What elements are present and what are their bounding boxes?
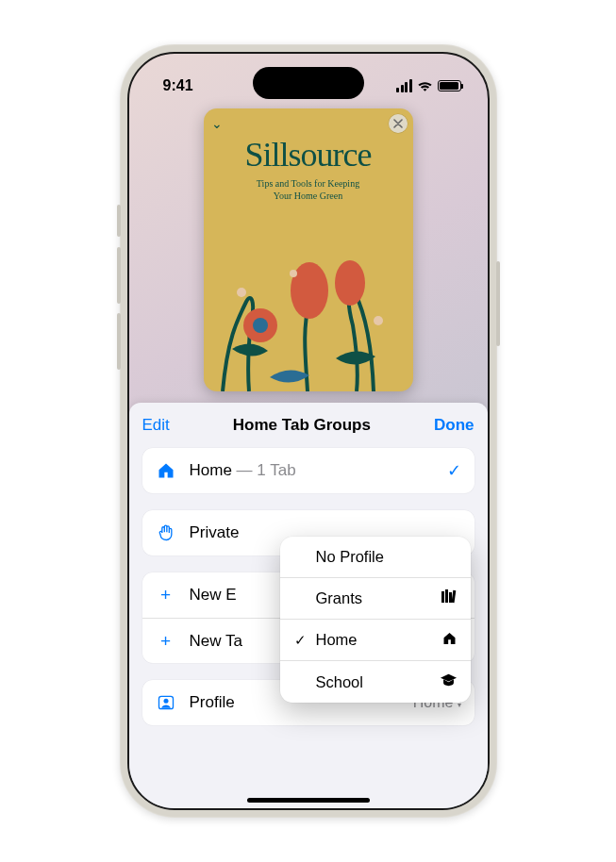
- plus-icon: +: [156, 631, 176, 652]
- graduation-cap-icon: [440, 673, 458, 690]
- sheet-header: Edit Home Tab Groups Done: [142, 403, 474, 448]
- wifi-icon: [417, 80, 433, 92]
- svg-point-3: [253, 318, 268, 333]
- done-button[interactable]: Done: [434, 416, 474, 435]
- profile-option-home[interactable]: ✓Home: [280, 620, 471, 661]
- row-label: Home — 1 Tab: [190, 461, 434, 480]
- svg-point-1: [335, 260, 365, 306]
- screen: 9:41 ⌄ Sillsource Tips and Tools for Kee…: [127, 52, 490, 810]
- tabs-overview: ⌄ Sillsource Tips and Tools for Keeping …: [129, 105, 488, 397]
- svg-rect-12: [451, 590, 456, 603]
- svg-rect-9: [441, 591, 444, 603]
- volume-down-button: [117, 313, 121, 370]
- checkmark-icon: ✓: [447, 460, 461, 481]
- tab-group-home[interactable]: Home — 1 Tab ✓: [142, 448, 474, 493]
- power-button: [496, 261, 500, 346]
- battery-icon: [438, 80, 461, 91]
- svg-point-6: [290, 270, 297, 277]
- status-right: [396, 79, 461, 92]
- profile-option-school[interactable]: School: [280, 661, 471, 703]
- status-time: 9:41: [163, 77, 193, 94]
- profile-icon: [156, 693, 176, 712]
- tab-thumbnail[interactable]: ⌄ Sillsource Tips and Tools for Keeping …: [204, 108, 413, 391]
- chevron-down-icon: ⌄: [211, 116, 223, 131]
- checkmark-icon: ✓: [293, 632, 308, 649]
- svg-point-0: [291, 262, 328, 319]
- plus-icon: +: [156, 585, 176, 605]
- floral-artwork: [204, 236, 413, 391]
- cellular-icon: [396, 79, 412, 92]
- svg-point-4: [237, 288, 246, 297]
- books-icon: [441, 589, 458, 607]
- edit-button[interactable]: Edit: [142, 416, 170, 435]
- volume-up-button: [117, 247, 121, 304]
- profile-option-no-profile[interactable]: No Profile: [280, 537, 471, 578]
- silent-switch: [117, 205, 121, 237]
- house-icon: [156, 461, 176, 480]
- svg-rect-10: [445, 589, 448, 603]
- tab-site-title: Sillsource: [204, 135, 413, 174]
- close-icon: [393, 119, 403, 128]
- profile-option-grants[interactable]: Grants: [280, 578, 471, 620]
- sheet-title: Home Tab Groups: [233, 416, 371, 435]
- svg-rect-11: [449, 592, 452, 603]
- svg-point-5: [374, 316, 383, 325]
- profile-popover: No Profile Grants ✓Home School: [280, 537, 471, 703]
- tab-groups-sheet: Edit Home Tab Groups Done Home — 1 Tab ✓: [129, 403, 488, 808]
- house-icon: [441, 631, 458, 650]
- svg-point-8: [163, 699, 168, 704]
- iphone-device-frame: 9:41 ⌄ Sillsource Tips and Tools for Kee…: [120, 44, 497, 818]
- status-bar: 9:41: [129, 54, 488, 105]
- home-indicator: [247, 798, 370, 803]
- tab-site-subtitle: Tips and Tools for Keeping Your Home Gre…: [204, 178, 413, 202]
- hand-icon: [156, 523, 176, 542]
- group-home: Home — 1 Tab ✓: [142, 448, 474, 493]
- close-tab-button[interactable]: [389, 114, 408, 133]
